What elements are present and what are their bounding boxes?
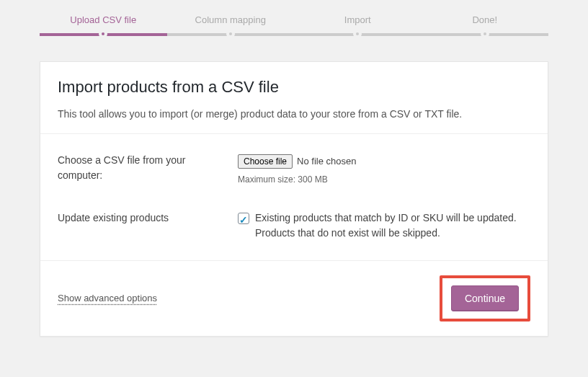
card-body: Choose a CSV file from your computer: Ch… [40, 133, 548, 260]
step-import: Import [294, 14, 422, 41]
step-dot-icon [99, 30, 107, 38]
import-card: Import products from a CSV file This too… [40, 61, 548, 337]
card-header: Import products from a CSV file This too… [40, 62, 548, 133]
choose-file-button[interactable]: Choose file [238, 154, 293, 169]
step-dot-icon [481, 30, 489, 38]
update-existing-checkbox[interactable] [238, 213, 249, 224]
continue-button[interactable]: Continue [451, 285, 519, 311]
step-upload: Upload CSV file [40, 14, 167, 41]
update-description: Existing products that match by ID or SK… [255, 210, 530, 241]
card-footer: Show advanced options Continue [40, 260, 548, 336]
step-mapping: Column mapping [167, 14, 295, 41]
step-dot-icon [353, 30, 362, 38]
file-row: Choose a CSV file from your computer: Ch… [40, 141, 548, 199]
update-row: Update existing products Existing produc… [40, 199, 548, 253]
progress-stepper: Upload CSV file Column mapping Import Do… [40, 14, 548, 61]
page-title: Import products from a CSV file [58, 78, 530, 97]
step-done: Done! [422, 14, 549, 41]
show-advanced-link[interactable]: Show advanced options [58, 293, 157, 303]
update-label: Update existing products [58, 210, 238, 241]
continue-highlight: Continue [440, 275, 530, 321]
step-dot-icon [226, 30, 235, 38]
file-label: Choose a CSV file from your computer: [58, 153, 238, 187]
page-description: This tool allows you to import (or merge… [58, 107, 530, 122]
file-status: No file chosen [297, 154, 356, 169]
file-size-hint: Maximum size: 300 MB [238, 173, 530, 187]
